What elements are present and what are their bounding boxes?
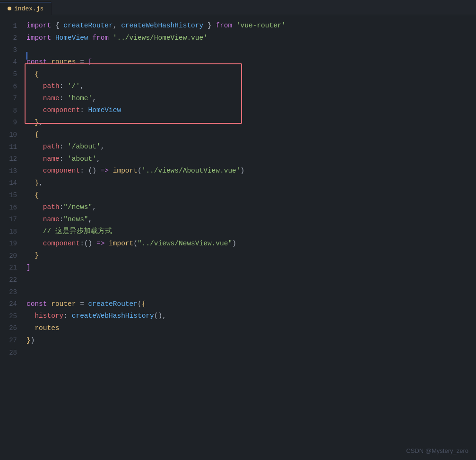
code-line-13: component: () => import('../views/AboutV… <box>25 165 476 177</box>
code-line-5: { <box>25 68 476 80</box>
code-line-15: { <box>25 189 476 201</box>
code-line-14: }, <box>25 177 476 190</box>
code-line-2: import HomeView from '../views/HomeView.… <box>25 32 476 44</box>
code-line-9: }, <box>25 117 476 129</box>
code-line-17: name:"news", <box>25 214 476 226</box>
code-line-3 <box>25 44 476 56</box>
code-line-25: history: createWebHashHistory(), <box>25 310 476 322</box>
code-line-23 <box>25 286 476 298</box>
tab-index-js[interactable]: index.js <box>0 2 52 15</box>
line-numbers: 1 2 3 4 5 6 7 8 9 10 11 12 13 14 15 16 1… <box>0 15 23 460</box>
tab-bar: index.js <box>0 0 476 15</box>
code-line-6: path: '/', <box>25 80 476 93</box>
code-line-18: // 这是异步加载方式 <box>25 226 476 238</box>
code-line-8: component: HomeView <box>25 104 476 117</box>
code-area: 1 2 3 4 5 6 7 8 9 10 11 12 13 14 15 16 1… <box>0 15 476 460</box>
code-line-11: path: '/about', <box>25 141 476 153</box>
code-line-19: component:() => import("../views/NewsVie… <box>25 238 476 250</box>
code-line-27: }) <box>25 334 476 347</box>
code-line-20: } <box>25 250 476 262</box>
code-line-16: path:"/news", <box>25 201 476 214</box>
code-content[interactable]: import { createRouter, createWebHashHist… <box>23 15 476 460</box>
tab-label: index.js <box>14 5 43 12</box>
code-line-10: { <box>25 129 476 141</box>
code-line-1: import { createRouter, createWebHashHist… <box>25 20 476 32</box>
code-line-24: const router = createRouter({ <box>25 298 476 311</box>
code-line-4: const routes = [ <box>25 56 476 69</box>
watermark: CSDN @Mystery_zero <box>406 447 468 454</box>
tab-dot <box>8 7 11 10</box>
code-line-28 <box>25 347 476 359</box>
code-line-26: routes <box>25 322 476 335</box>
code-line-7: name: 'home', <box>25 93 476 105</box>
code-line-21: ] <box>25 262 476 274</box>
editor-container: index.js 1 2 3 4 5 6 7 8 9 10 11 12 13 1… <box>0 0 476 460</box>
code-line-22 <box>25 274 476 286</box>
code-line-12: name: 'about', <box>25 153 476 165</box>
